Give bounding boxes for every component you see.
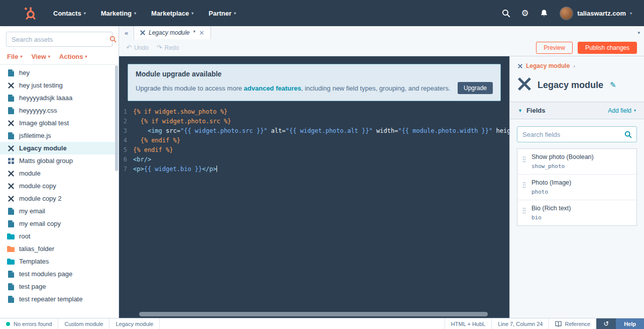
tree-item-hey-just-testing[interactable]: hey just testing bbox=[0, 79, 119, 92]
line-text: <img src="{{ widget.photo.src }}" alt="{… bbox=[133, 126, 509, 136]
tree-item-heyyyyadsjk-laaaa[interactable]: heyyyyadsjk laaaa bbox=[0, 92, 119, 104]
line-number: 4 bbox=[119, 136, 133, 145]
close-icon[interactable]: ✕ bbox=[199, 29, 204, 37]
language-mode[interactable]: HTML + HubL bbox=[445, 318, 491, 329]
code-line[interactable]: 5{% endif %} bbox=[119, 145, 509, 155]
tree-item-test-modules-page[interactable]: test modules page bbox=[0, 268, 119, 280]
statusbar-tab-legacy-module[interactable]: Legacy module bbox=[110, 318, 160, 329]
nav-menu-marketplace[interactable]: Marketplace▾ bbox=[144, 0, 201, 26]
search-fields-input[interactable] bbox=[517, 131, 620, 138]
tree-item-label: Image global test bbox=[19, 119, 69, 127]
tree-item-heyyyyyy-css[interactable]: heyyyyyy.css bbox=[0, 104, 119, 117]
asset-sidebar: File▾View▾Actions▾ heyhey just testinghe… bbox=[0, 26, 119, 318]
collapse-sidebar-button[interactable]: « bbox=[119, 26, 134, 39]
field-card-photo[interactable]: Photo (Image) photo bbox=[517, 175, 636, 200]
account-menu[interactable]: taliaswartz.com ▾ bbox=[560, 7, 632, 20]
undo-icon: ↶ bbox=[126, 44, 132, 51]
breadcrumb-module-link[interactable]: Legacy module bbox=[526, 62, 570, 69]
tree-item-module[interactable]: module bbox=[0, 167, 119, 180]
nav-menus: Contacts▾Marketing▾Marketplace▾Partner▾ bbox=[46, 0, 244, 26]
tree-item-test-repeater-template[interactable]: test repeater template bbox=[0, 293, 119, 303]
field-card-show-photo[interactable]: Show photo (Boolean) show_photo bbox=[517, 149, 636, 175]
field-card-bio[interactable]: Bio (Rich text) bio bbox=[517, 200, 636, 225]
code-line[interactable]: 4 {% endif %} bbox=[119, 136, 509, 145]
statusbar-tab-custom-module[interactable]: Custom module bbox=[58, 318, 110, 329]
drag-handle-icon[interactable] bbox=[522, 207, 526, 214]
nav-menu-contacts[interactable]: Contacts▾ bbox=[46, 0, 93, 26]
tree-item-my-email-copy[interactable]: my email copy bbox=[0, 217, 119, 230]
line-number: 2 bbox=[119, 117, 133, 126]
code-editor[interactable]: Module upgrade available Upgrade this mo… bbox=[119, 56, 509, 318]
tree-item-test-page[interactable]: test page bbox=[0, 280, 119, 293]
tree-item-label: test page bbox=[19, 283, 46, 290]
tree-item-label: my email copy bbox=[19, 220, 61, 227]
edit-name-icon[interactable]: ✎ bbox=[610, 80, 616, 90]
search-icon[interactable] bbox=[620, 131, 636, 138]
nav-menu-marketing[interactable]: Marketing▾ bbox=[93, 0, 144, 26]
history-icon: ↺ bbox=[603, 320, 609, 327]
tree-item-module-copy[interactable]: module copy bbox=[0, 180, 119, 192]
upgrade-button[interactable]: Upgrade bbox=[458, 82, 493, 94]
chevron-right-icon: › bbox=[573, 63, 575, 69]
preview-button[interactable]: Preview bbox=[536, 42, 573, 54]
inspector-panel: Legacy module › Legacy module ✎ ▼ Fields… bbox=[509, 56, 644, 318]
module-icon bbox=[140, 28, 145, 37]
finder-menus: File▾View▾Actions▾ bbox=[0, 51, 119, 65]
tree-item-label: root bbox=[19, 232, 30, 240]
tree-item-hey[interactable]: hey bbox=[0, 66, 119, 79]
fields-section-header: ▼ Fields Add field ▾ bbox=[510, 102, 644, 119]
bell-icon[interactable] bbox=[535, 5, 553, 22]
tab-legacy-module[interactable]: Legacy module * ✕ bbox=[134, 26, 211, 39]
chevron-down-icon: ▾ bbox=[234, 11, 236, 16]
line-text: {% if widget.photo.src %} bbox=[133, 117, 231, 126]
chevron-down-icon[interactable]: ▼ bbox=[518, 108, 522, 113]
file-icon bbox=[7, 95, 15, 102]
undo-button[interactable]: ↶ Undo bbox=[126, 44, 149, 51]
advanced-features-link[interactable]: advanced features bbox=[244, 85, 301, 92]
code-line[interactable]: 6<br/> bbox=[119, 155, 509, 164]
add-field-button[interactable]: Add field ▾ bbox=[608, 107, 636, 114]
publish-changes-button[interactable]: Publish changes bbox=[578, 42, 637, 54]
sidebar-scrollbar[interactable] bbox=[115, 65, 118, 171]
tab-strip: « Legacy module * ✕ ▾ bbox=[119, 26, 644, 39]
code-line[interactable]: 2 {% if widget.photo.src %} bbox=[119, 117, 509, 126]
redo-icon: ↷ bbox=[157, 44, 162, 51]
tab-overflow-button[interactable]: ▾ bbox=[637, 26, 640, 39]
search-assets-input[interactable] bbox=[7, 36, 105, 43]
menu-file[interactable]: File▾ bbox=[7, 53, 22, 60]
horizontal-scrollbar[interactable] bbox=[139, 312, 498, 316]
field-list: Show photo (Boolean) show_photo Photo (I… bbox=[517, 148, 637, 226]
tree-item-label: jsfiletime.js bbox=[19, 132, 51, 139]
redo-button[interactable]: ↷ Redo bbox=[157, 44, 179, 51]
gear-icon[interactable]: ⚙ bbox=[516, 5, 533, 22]
tree-item-legacy-module[interactable]: Legacy module bbox=[0, 142, 119, 154]
tree-item-talias-folder[interactable]: talias_folder bbox=[0, 242, 119, 255]
code-line[interactable]: 7<p>{{ widget.bio }}</p> bbox=[119, 164, 509, 174]
reference-button[interactable]: Reference bbox=[549, 318, 596, 329]
code-line[interactable]: 1{% if widget.show_photo %} bbox=[119, 107, 509, 117]
hubspot-logo-icon[interactable] bbox=[23, 7, 37, 20]
tree-item-label: Templates bbox=[19, 258, 49, 265]
tree-item-root[interactable]: root bbox=[0, 230, 119, 242]
drag-handle-icon[interactable] bbox=[522, 156, 526, 162]
error-status: No errors found bbox=[0, 318, 58, 329]
tree-item-image-global-test[interactable]: Image global test bbox=[0, 117, 119, 129]
menu-view[interactable]: View▾ bbox=[31, 53, 50, 60]
tree-item-label: Legacy module bbox=[19, 144, 67, 152]
code-line[interactable]: 3 <img src="{{ widget.photo.src }}" alt=… bbox=[119, 126, 509, 136]
tree-item-jsfiletime-js[interactable]: jsfiletime.js bbox=[0, 129, 119, 142]
book-icon bbox=[555, 321, 562, 327]
tree-item-templates[interactable]: Templates bbox=[0, 255, 119, 268]
tree-item-matts-global-group[interactable]: Matts global group bbox=[0, 154, 119, 167]
tree-item-module-copy-2[interactable]: module copy 2 bbox=[0, 192, 119, 205]
drag-handle-icon[interactable] bbox=[522, 182, 526, 188]
line-number: 6 bbox=[119, 155, 133, 164]
search-icon[interactable] bbox=[497, 5, 514, 22]
scrollbar-thumb[interactable] bbox=[139, 312, 488, 316]
history-button[interactable]: ↺ bbox=[596, 318, 616, 329]
chevron-down-icon: ▾ bbox=[85, 54, 87, 59]
nav-menu-partner[interactable]: Partner▾ bbox=[201, 0, 244, 26]
help-button[interactable]: Help bbox=[616, 318, 644, 329]
tree-item-my-email[interactable]: my email bbox=[0, 205, 119, 217]
menu-actions[interactable]: Actions▾ bbox=[59, 53, 87, 60]
